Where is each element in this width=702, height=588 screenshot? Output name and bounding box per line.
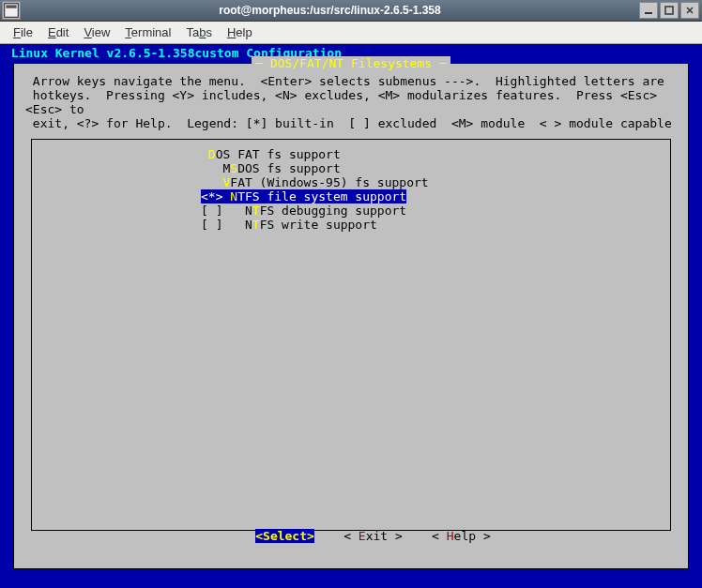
exit-button[interactable]: < Exit >	[343, 529, 403, 543]
menuconfig-dialog: ─ DOS/FAT/NT Filesystems ─ Arrow keys na…	[13, 63, 689, 569]
terminal-area: Linux Kernel v2.6.5-1.358custom Configur…	[0, 44, 702, 588]
dialog-button-row: <Select> < Exit > < Help >	[14, 515, 688, 557]
window-title: root@morpheus:/usr/src/linux-2.6.5-1.358	[21, 4, 639, 17]
svg-rect-3	[645, 12, 652, 14]
menubar: File Edit View Terminal Tabs Help	[0, 22, 702, 44]
menu-tabs[interactable]: Tabs	[178, 23, 219, 41]
select-button[interactable]: <Select>	[255, 529, 314, 543]
svg-rect-2	[6, 5, 16, 8]
window-controls	[639, 2, 699, 19]
option-row-3[interactable]: <*> NTFS file system support	[32, 189, 670, 204]
option-row-4[interactable]: [ ] NTFS debugging support	[32, 204, 670, 218]
menu-terminal[interactable]: Terminal	[117, 23, 178, 41]
menu-view[interactable]: View	[76, 23, 117, 41]
minimize-button[interactable]	[639, 2, 658, 19]
close-button[interactable]	[680, 2, 699, 19]
options-list[interactable]: DOS FAT fs support MSDOS fs support VFAT…	[31, 139, 671, 531]
option-row-5[interactable]: [ ] NTFS write support	[32, 218, 670, 232]
help-button[interactable]: < Help >	[432, 529, 491, 543]
dialog-title: ─ DOS/FAT/NT Filesystems ─	[252, 56, 450, 70]
window-titlebar: root@morpheus:/usr/src/linux-2.6.5-1.358	[0, 0, 702, 22]
option-row-2[interactable]: VFAT (Windows-95) fs support	[32, 175, 670, 189]
menu-edit[interactable]: Edit	[40, 23, 76, 41]
menu-help[interactable]: Help	[220, 23, 260, 41]
menu-file[interactable]: File	[6, 23, 40, 41]
svg-rect-4	[665, 7, 673, 14]
app-icon	[2, 1, 21, 20]
option-row-1[interactable]: MSDOS fs support	[32, 161, 670, 175]
option-row-0[interactable]: DOS FAT fs support	[32, 147, 670, 161]
maximize-button[interactable]	[660, 2, 679, 19]
dialog-help-text: Arrow keys navigate the menu. <Enter> se…	[14, 70, 688, 136]
